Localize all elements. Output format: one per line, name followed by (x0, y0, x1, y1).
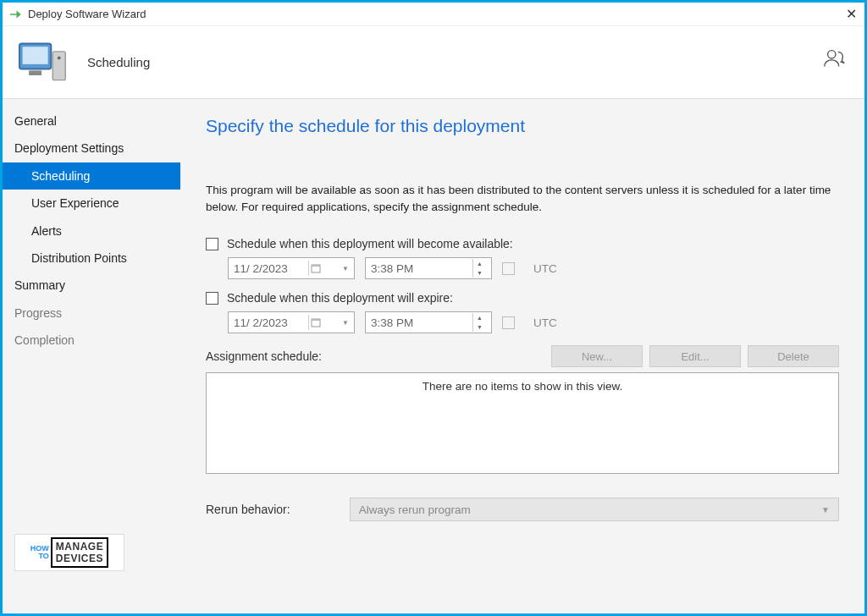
rerun-value: Always rerun program (359, 503, 471, 516)
svg-rect-3 (52, 51, 65, 80)
expire-time-input[interactable]: 3:38 PM ▲▼ (365, 311, 492, 333)
wm-to: TO (30, 553, 49, 560)
titlebar: Deploy Software Wizard ✕ (3, 3, 864, 26)
expire-utc-label: UTC (533, 316, 557, 329)
chevron-down-icon[interactable]: ▼ (342, 319, 349, 327)
available-checkbox[interactable] (206, 238, 218, 250)
expire-date-value: 11/ 2/2023 (234, 316, 288, 329)
wizard-header: Scheduling (3, 26, 864, 99)
rerun-label: Rerun behavior: (206, 503, 290, 516)
svg-rect-9 (312, 319, 320, 321)
available-time-value: 3:38 PM (371, 262, 413, 275)
nav-distribution-points[interactable]: Distribution Points (3, 245, 180, 272)
nav-completion[interactable]: Completion (3, 327, 180, 354)
available-datetime-row: 11/ 2/2023 ▼ 3:38 PM ▲▼ UTC (228, 257, 839, 279)
content-heading: Specify the schedule for this deployment (206, 116, 839, 136)
calendar-icon[interactable] (308, 315, 323, 330)
time-spinner[interactable]: ▲▼ (472, 313, 486, 332)
svg-rect-7 (312, 265, 320, 267)
nav-progress[interactable]: Progress (3, 300, 180, 327)
chevron-down-icon[interactable]: ▼ (342, 265, 349, 272)
new-button[interactable]: New... (551, 345, 643, 367)
expire-time-value: 3:38 PM (371, 316, 413, 329)
rerun-dropdown[interactable]: Always rerun program ▼ (350, 498, 839, 521)
available-label: Schedule when this deployment will becom… (227, 237, 513, 250)
empty-list-text: There are no items to show in this view. (422, 380, 622, 473)
page-title: Scheduling (87, 55, 150, 69)
rerun-row: Rerun behavior: Always rerun program ▼ (206, 498, 839, 521)
nav-alerts[interactable]: Alerts (3, 217, 180, 245)
chevron-down-icon: ▼ (821, 505, 830, 514)
available-date-input[interactable]: 11/ 2/2023 ▼ (228, 257, 355, 279)
expire-row: Schedule when this deployment will expir… (206, 291, 839, 305)
nav-general[interactable]: General (3, 107, 180, 135)
available-date-value: 11/ 2/2023 (234, 262, 288, 275)
content-pane: Specify the schedule for this deployment… (180, 99, 864, 613)
watermark-logo: HOW TO MANAGE DEVICES (14, 534, 124, 571)
close-icon[interactable]: ✕ (842, 6, 859, 22)
deploy-arrow-icon (8, 7, 23, 22)
available-row: Schedule when this deployment will becom… (206, 237, 839, 250)
wizard-body: General Deployment Settings Scheduling U… (3, 99, 864, 613)
svg-rect-2 (29, 70, 41, 75)
nav-scheduling[interactable]: Scheduling (3, 162, 180, 190)
svg-point-5 (828, 51, 836, 58)
available-time-input[interactable]: 3:38 PM ▲▼ (365, 257, 492, 279)
expire-date-input[interactable]: 11/ 2/2023 ▼ (228, 311, 355, 333)
wm-devices: DEVICES (56, 553, 103, 564)
assignment-label: Assignment schedule: (206, 349, 544, 363)
expire-utc-checkbox (502, 316, 515, 329)
nav-user-experience[interactable]: User Experience (3, 190, 180, 217)
expire-datetime-row: 11/ 2/2023 ▼ 3:38 PM ▲▼ UTC (228, 311, 839, 333)
window-title: Deploy Software Wizard (28, 8, 842, 20)
edit-button[interactable]: Edit... (649, 345, 741, 367)
computer-icon (18, 39, 69, 86)
expire-checkbox[interactable] (206, 292, 218, 305)
calendar-icon[interactable] (308, 261, 323, 276)
intro-text: This program will be available as soon a… (206, 182, 839, 215)
time-spinner[interactable]: ▲▼ (472, 259, 486, 278)
expire-label: Schedule when this deployment will expir… (227, 291, 453, 305)
nav-summary[interactable]: Summary (3, 272, 180, 299)
sidebar: General Deployment Settings Scheduling U… (3, 99, 180, 613)
nav-deployment-settings[interactable]: Deployment Settings (3, 135, 180, 162)
svg-rect-1 (23, 47, 48, 64)
delete-button[interactable]: Delete (748, 345, 839, 367)
assignment-row: Assignment schedule: New... Edit... Dele… (206, 345, 839, 367)
available-utc-checkbox (502, 262, 515, 275)
user-support-icon[interactable] (822, 47, 848, 70)
svg-point-4 (58, 56, 61, 59)
assignment-listbox[interactable]: There are no items to show in this view. (206, 372, 839, 474)
available-utc-label: UTC (533, 262, 557, 275)
wm-manage: MANAGE (56, 541, 103, 553)
